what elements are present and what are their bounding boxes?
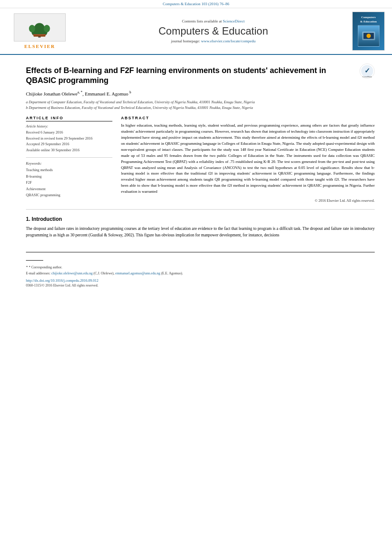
email-line: E-mail addresses: chijioke.olelewe@unn.e… xyxy=(26,271,375,277)
article-history: Article history: Received 6 January 2016… xyxy=(26,124,112,153)
authors-line: Chijioke Jonathan Olelewea, *, Emmanuel … xyxy=(26,90,375,96)
svg-text:CrossMark: CrossMark xyxy=(362,76,372,78)
main-content: Effects of B-learning and F2F learning e… xyxy=(0,55,392,294)
keywords-section: Keywords: Teaching methods B-learning F2… xyxy=(26,161,112,198)
article-info-column: ARTICLE INFO Article history: Received 6… xyxy=(26,116,112,203)
elsevier-logo-box xyxy=(14,13,66,41)
svg-point-4 xyxy=(29,25,35,32)
paper-title-text: Effects of B-learning and F2F learning e… xyxy=(26,61,355,90)
article-info-header: ARTICLE INFO xyxy=(26,116,112,121)
svg-text:✓: ✓ xyxy=(364,67,370,74)
abstract-header: ABSTRACT xyxy=(121,116,375,120)
author1-name: Chijioke Jonathan Olelewe xyxy=(26,91,77,96)
keyword3: F2F xyxy=(26,179,112,185)
paper-title: Effects of B-learning and F2F learning e… xyxy=(26,66,355,86)
article-info-abstract: ARTICLE INFO Article history: Received 6… xyxy=(26,116,375,203)
author1-email[interactable]: chijioke.olelewe@unn.edu.ng xyxy=(51,271,93,275)
elsevier-logo: ELSEVIER xyxy=(5,13,74,49)
section-1-title: 1. Introduction xyxy=(26,216,375,222)
crossmark-logo: ✓ CrossMark xyxy=(360,64,375,79)
journal-header: ELSEVIER Contents lists available at Sci… xyxy=(0,8,392,55)
contents-line: Contents lists available at ScienceDirec… xyxy=(83,19,344,23)
elsevier-logo-area: ELSEVIER xyxy=(5,13,74,49)
accepted-date: Accepted 29 September 2016 xyxy=(26,141,112,147)
affiliations: a Department of Computer Education, Facu… xyxy=(26,99,375,111)
journal-title: Computers & Education xyxy=(83,25,344,37)
author2-email[interactable]: emmanuel.agomuo@unn.edu.ng xyxy=(115,271,160,275)
info-divider xyxy=(26,157,112,158)
homepage-line: journal homepage: www.elsevier.com/locat… xyxy=(83,39,344,43)
svg-point-5 xyxy=(44,25,50,32)
citation-text: Computers & Education 103 (2016) 76–86 xyxy=(163,2,229,6)
citation-bar: Computers & Education 103 (2016) 76–86 xyxy=(0,0,392,8)
keyword4: Achievement xyxy=(26,186,112,192)
copyright-line: © 2016 Elsevier Ltd. All rights reserved… xyxy=(121,198,375,203)
section-1: 1. Introduction The dropout and failure … xyxy=(26,216,375,239)
abstract-text: In higher education, teaching methods, l… xyxy=(121,123,375,195)
affiliation-a: a Department of Computer Education, Facu… xyxy=(26,99,375,105)
journal-cover-image: Computers & Education xyxy=(352,12,385,51)
svg-rect-7 xyxy=(33,34,46,35)
available-date: Available online 30 September 2016 xyxy=(26,147,112,153)
history-label: Article history: xyxy=(26,124,112,128)
affiliation-b: b Department of Business Education, Facu… xyxy=(26,105,375,111)
journal-info-center: Contents lists available at ScienceDirec… xyxy=(74,19,352,43)
sciencedirect-link[interactable]: ScienceDirect xyxy=(223,19,245,23)
author1-sup: a, * xyxy=(77,90,83,94)
keywords-label: Keywords: xyxy=(26,161,112,166)
footnote-area: * * Corresponding author. E-mail address… xyxy=(26,252,375,288)
section-1-body: The dropout and failure rates in introdu… xyxy=(26,226,375,239)
section-divider-1 xyxy=(26,209,375,210)
issn-line: 0360-1315/© 2016 Elsevier Ltd. All right… xyxy=(26,283,375,287)
received-revised-date: Received in revised form 29 September 20… xyxy=(26,136,112,142)
abstract-column: ABSTRACT In higher education, teaching m… xyxy=(121,116,375,203)
keyword1: Teaching methods xyxy=(26,167,112,173)
paper-title-area: Effects of B-learning and F2F learning e… xyxy=(26,61,375,90)
homepage-link[interactable]: www.elsevier.com/locate/compedu xyxy=(201,39,255,43)
corresponding-author-note: * * Corresponding author. xyxy=(26,264,375,271)
journal-cover-area: Computers & Education xyxy=(352,12,387,51)
author2-name: Emmanuel E. Agomuo xyxy=(85,91,128,96)
author2-sup: b xyxy=(129,90,131,94)
keyword5: QBASIC programming xyxy=(26,192,112,198)
svg-point-10 xyxy=(367,34,371,38)
doi-link[interactable]: http://dx.doi.org/10.1016/j.compedu.2016… xyxy=(26,278,375,283)
keyword2: B-learning xyxy=(26,173,112,179)
received-date: Received 6 January 2016 xyxy=(26,130,112,136)
footnote-separator xyxy=(26,260,43,261)
elsevier-wordmark: ELSEVIER xyxy=(24,44,55,49)
